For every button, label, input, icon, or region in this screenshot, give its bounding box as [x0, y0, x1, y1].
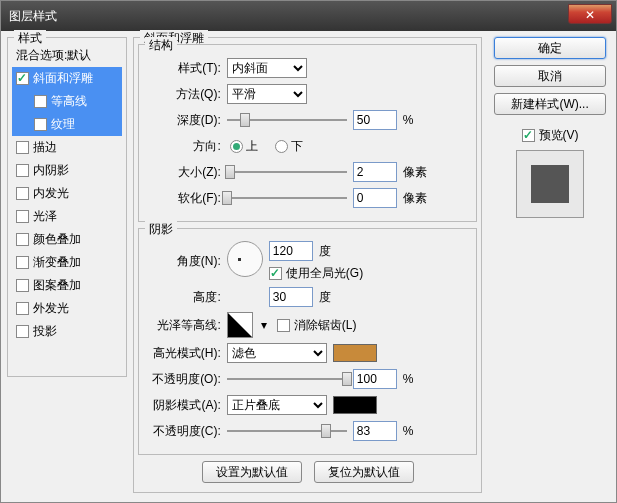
direction-down-radio[interactable] [275, 140, 288, 153]
style-item-checkbox[interactable] [16, 72, 29, 85]
style-item-checkbox[interactable] [16, 187, 29, 200]
titlebar[interactable]: 图层样式 ✕ [1, 1, 616, 31]
style-item-1[interactable]: 斜面和浮雕 [12, 67, 122, 90]
size-unit: 像素 [403, 164, 427, 181]
window-title: 图层样式 [9, 8, 57, 25]
highlight-opacity-label: 不透明度(O): [147, 371, 227, 388]
style-item-label: 内阴影 [33, 162, 69, 179]
style-item-label: 渐变叠加 [33, 254, 81, 271]
style-item-label: 斜面和浮雕 [33, 70, 93, 87]
bevel-fieldset: 斜面和浮雕 结构 样式(T): 内斜面 方法(Q): 平滑 深度(D): [133, 37, 482, 493]
shading-group: 阴影 角度(N): 度 [138, 228, 477, 455]
shadow-mode-label: 阴影模式(A): [147, 397, 227, 414]
style-item-2[interactable]: 等高线 [12, 90, 122, 113]
style-item-checkbox[interactable] [16, 233, 29, 246]
preview-checkbox[interactable] [522, 129, 535, 142]
style-item-checkbox[interactable] [34, 118, 47, 131]
cancel-button[interactable]: 取消 [494, 65, 606, 87]
right-panel: 确定 取消 新建样式(W)... 预览(V) [490, 37, 610, 493]
style-item-7[interactable]: 光泽 [12, 205, 122, 228]
structure-legend: 结构 [145, 37, 177, 54]
style-item-checkbox[interactable] [16, 164, 29, 177]
size-label: 大小(Z): [147, 164, 227, 181]
sidebar: 样式 混合选项:默认斜面和浮雕等高线纹理描边内阴影内发光光泽颜色叠加渐变叠加图案… [7, 37, 127, 493]
style-item-5[interactable]: 内阴影 [12, 159, 122, 182]
style-item-label: 图案叠加 [33, 277, 81, 294]
size-input[interactable] [353, 162, 397, 182]
antialias-label: 消除锯齿(L) [294, 317, 357, 334]
soften-slider[interactable] [227, 189, 347, 207]
style-item-checkbox[interactable] [16, 210, 29, 223]
depth-label: 深度(D): [147, 112, 227, 129]
angle-input[interactable] [269, 241, 313, 261]
style-item-9[interactable]: 渐变叠加 [12, 251, 122, 274]
antialias-checkbox[interactable] [277, 319, 290, 332]
depth-slider[interactable] [227, 111, 347, 129]
gloss-contour-picker[interactable] [227, 312, 253, 338]
new-style-button[interactable]: 新建样式(W)... [494, 93, 606, 115]
shadow-opacity-slider[interactable] [227, 422, 347, 440]
style-label: 样式(T): [147, 60, 227, 77]
altitude-input[interactable] [269, 287, 313, 307]
direction-down-text: 下 [291, 138, 303, 155]
style-item-checkbox[interactable] [16, 256, 29, 269]
sidebar-header: 样式 [14, 30, 46, 47]
shadow-mode-select[interactable]: 正片叠底 [227, 395, 327, 415]
soften-label: 软化(F): [147, 190, 227, 207]
shadow-opacity-input[interactable] [353, 421, 397, 441]
depth-input[interactable] [353, 110, 397, 130]
angle-unit: 度 [319, 243, 331, 260]
content-area: 样式 混合选项:默认斜面和浮雕等高线纹理描边内阴影内发光光泽颜色叠加渐变叠加图案… [1, 31, 616, 499]
style-item-label: 颜色叠加 [33, 231, 81, 248]
method-label: 方法(Q): [147, 86, 227, 103]
style-item-6[interactable]: 内发光 [12, 182, 122, 205]
style-item-8[interactable]: 颜色叠加 [12, 228, 122, 251]
altitude-label: 高度: [147, 289, 227, 306]
close-button[interactable]: ✕ [568, 4, 612, 24]
shadow-color-swatch[interactable] [333, 396, 377, 414]
soften-unit: 像素 [403, 190, 427, 207]
style-item-12[interactable]: 投影 [12, 320, 122, 343]
global-light-checkbox[interactable] [269, 267, 282, 280]
angle-wheel[interactable] [227, 241, 263, 277]
preview-inner [531, 165, 569, 203]
highlight-color-swatch[interactable] [333, 344, 377, 362]
style-item-checkbox[interactable] [16, 279, 29, 292]
style-item-label: 外发光 [33, 300, 69, 317]
style-item-checkbox[interactable] [16, 141, 29, 154]
gloss-label: 光泽等高线: [147, 317, 227, 334]
set-default-button[interactable]: 设置为默认值 [202, 461, 302, 483]
style-item-label: 光泽 [33, 208, 57, 225]
style-item-checkbox[interactable] [16, 302, 29, 315]
direction-up-radio[interactable] [230, 140, 243, 153]
angle-indicator [238, 258, 241, 261]
highlight-opacity-slider[interactable] [227, 370, 347, 388]
highlight-mode-select[interactable]: 滤色 [227, 343, 327, 363]
shading-legend: 阴影 [145, 221, 177, 238]
shadow-opacity-label: 不透明度(C): [147, 423, 227, 440]
style-item-label: 混合选项:默认 [16, 47, 91, 64]
settings-panel: 斜面和浮雕 结构 样式(T): 内斜面 方法(Q): 平滑 深度(D): [133, 37, 482, 493]
direction-up-text: 上 [246, 138, 258, 155]
style-item-label: 纹理 [51, 116, 75, 133]
depth-unit: % [403, 113, 414, 127]
style-item-label: 等高线 [51, 93, 87, 110]
style-select[interactable]: 内斜面 [227, 58, 307, 78]
gloss-dropdown-icon[interactable]: ▾ [261, 318, 267, 332]
layer-style-dialog: 图层样式 ✕ 样式 混合选项:默认斜面和浮雕等高线纹理描边内阴影内发光光泽颜色叠… [0, 0, 617, 503]
soften-input[interactable] [353, 188, 397, 208]
style-item-3[interactable]: 纹理 [12, 113, 122, 136]
size-slider[interactable] [227, 163, 347, 181]
style-item-checkbox[interactable] [34, 95, 47, 108]
style-item-4[interactable]: 描边 [12, 136, 122, 159]
style-item-10[interactable]: 图案叠加 [12, 274, 122, 297]
highlight-opacity-input[interactable] [353, 369, 397, 389]
reset-default-button[interactable]: 复位为默认值 [314, 461, 414, 483]
global-light-label: 使用全局光(G) [286, 265, 363, 282]
style-item-0[interactable]: 混合选项:默认 [12, 44, 122, 67]
highlight-opacity-unit: % [403, 372, 414, 386]
ok-button[interactable]: 确定 [494, 37, 606, 59]
style-item-checkbox[interactable] [16, 325, 29, 338]
method-select[interactable]: 平滑 [227, 84, 307, 104]
style-item-11[interactable]: 外发光 [12, 297, 122, 320]
